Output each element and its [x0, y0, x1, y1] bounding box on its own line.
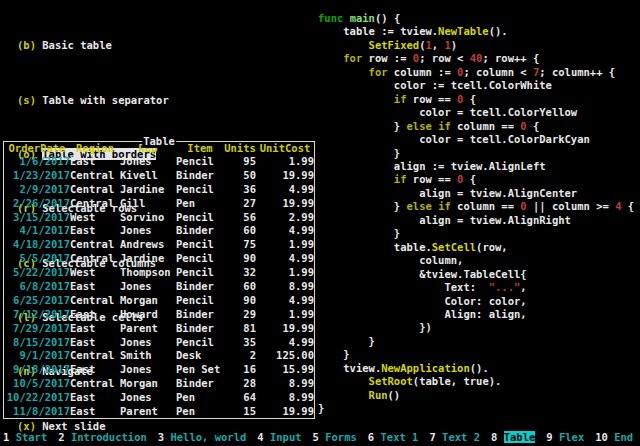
code-line: } [318, 402, 634, 415]
table-cell: 7/29/2017 [4, 321, 70, 335]
table-cell: Howard [120, 307, 176, 321]
table-cell: Pencil [176, 251, 224, 265]
table-cell: Pencil [176, 237, 224, 251]
table-cell: Pen [176, 196, 224, 210]
table-cell: 35 [224, 335, 256, 349]
table-cell: 4.99 [256, 182, 314, 196]
table-cell: Binder [176, 307, 224, 321]
code-line: } [318, 147, 634, 160]
table-cell: 8.99 [256, 390, 314, 404]
status-tab-number: 10 [595, 431, 614, 443]
table-header-cell: Item [176, 142, 224, 154]
code-line: func main() { [318, 12, 634, 25]
code-line: } [318, 335, 634, 348]
menu-item[interactable]: (s) Table with separator [17, 94, 169, 108]
table-cell: Pencil [176, 154, 224, 168]
table-cell: 60 [224, 223, 256, 237]
menu-item-label: Basic table [42, 39, 112, 51]
table-row: 2/9/2017CentralJardinePencil364.99 [4, 182, 314, 196]
table-row: 1/6/2017EastJonesPencil951.99 [4, 154, 314, 168]
table-cell: 56 [224, 210, 256, 224]
table-cell: 28 [224, 376, 256, 390]
status-tab-number: 5 [313, 431, 326, 443]
status-tab[interactable]: 8 Table [491, 431, 535, 443]
table-row: 6/25/2017CentralMorganPencil904.99 [4, 293, 314, 307]
table-row: 9/1/2017CentralSmithDesk2125.00 [4, 348, 314, 362]
code-line: } [318, 348, 634, 361]
table-cell: Binder [176, 223, 224, 237]
table-cell: Smith [120, 348, 176, 362]
table-cell: Morgan [120, 293, 176, 307]
table-cell: Binder [176, 376, 224, 390]
table-cell: 15.99 [256, 362, 314, 376]
table-row: 4/18/2017CentralAndrewsPencil751.99 [4, 237, 314, 251]
status-tab[interactable]: 2 Introduction [58, 431, 147, 443]
code-line: align = tview.AlignCenter [318, 187, 634, 200]
table-cell: Pen Set [176, 362, 224, 376]
table-cell: Jardine [120, 182, 176, 196]
status-tab-number: 8 [491, 431, 504, 443]
code-line: Run() [318, 389, 634, 402]
table-cell: 1.99 [256, 265, 314, 279]
status-tab[interactable]: 5 Forms [313, 431, 357, 443]
code-line: for column := 0; column < 7; column++ { [318, 66, 634, 79]
table-header-cell: OrderDate [4, 142, 70, 154]
table-row: 7/12/2017EastHowardBinder291.99 [4, 307, 314, 321]
table-cell: 2.99 [256, 210, 314, 224]
table-cell: East [70, 321, 120, 335]
code-line: if row == 0 { [318, 93, 634, 106]
table-cell: 19.99 [256, 196, 314, 210]
table-header-cell: Region [70, 142, 120, 154]
table-cell: 36 [224, 182, 256, 196]
table-cell: West [70, 210, 120, 224]
table-cell: Pencil [176, 293, 224, 307]
table-cell: 75 [224, 237, 256, 251]
status-tab[interactable]: 6 Text 1 [368, 431, 419, 443]
code-line: align = tview.AlignRight [318, 214, 634, 227]
table-row: 7/29/2017EastParentBinder8119.99 [4, 321, 314, 335]
status-tab-number: 3 [158, 431, 171, 443]
table-cell: Central [70, 293, 120, 307]
status-tab[interactable]: 1 Start [3, 431, 47, 443]
code-line: Color: color, [318, 295, 634, 308]
code-line: table.SetCell(row, [318, 241, 634, 254]
status-tab[interactable]: 7 Text 2 [429, 431, 480, 443]
table-cell: East [70, 223, 120, 237]
status-tab-label: Forms [325, 431, 357, 443]
table-cell: Pencil [176, 265, 224, 279]
menu-item-shortcut: (s) [17, 94, 42, 106]
status-tab[interactable]: 4 Input [257, 431, 301, 443]
table-cell: Binder [176, 168, 224, 182]
table-cell: 5/5/2017 [4, 251, 70, 265]
status-tab[interactable]: 10 End [595, 431, 633, 443]
table-cell: 4.99 [256, 251, 314, 265]
status-tab-label: Text 1 [380, 431, 418, 443]
menu-item[interactable]: (b) Basic table [17, 39, 169, 53]
table-cell: 1/6/2017 [4, 154, 70, 168]
table-cell: 2 [224, 348, 256, 362]
table-cell: 4.99 [256, 335, 314, 349]
table-cell: Jones [120, 390, 176, 404]
table-cell: 19.99 [256, 321, 314, 335]
table-row: 3/15/2017WestSorvinoPencil562.99 [4, 210, 314, 224]
table-cell: 8.99 [256, 279, 314, 293]
code-line: }) [318, 321, 634, 334]
table-cell: Pen [176, 404, 224, 418]
status-tab[interactable]: 9 Flex [546, 431, 584, 443]
table-cell: 8.99 [256, 376, 314, 390]
table-cell: 90 [224, 251, 256, 265]
table-cell: Sorvino [120, 210, 176, 224]
table-cell: Morgan [120, 376, 176, 390]
table-cell: Pen [176, 390, 224, 404]
table-cell: East [70, 279, 120, 293]
status-tab[interactable]: 3 Hello, world [158, 431, 247, 443]
code-line: tview.NewApplication(). [318, 362, 634, 375]
status-tab-number: 7 [429, 431, 442, 443]
table-cell: 7/12/2017 [4, 307, 70, 321]
code-line: for row := 0; row < 40; row++ { [318, 52, 634, 65]
status-tab-label: Text 2 [442, 431, 480, 443]
table-row: 10/22/2017EastJonesPen648.99 [4, 390, 314, 404]
table-cell: 1.99 [256, 237, 314, 251]
status-tab-label: End [614, 431, 633, 443]
slide-status-bar: 1 Start 2 Introduction 3 Hello, world 4 … [0, 428, 640, 446]
